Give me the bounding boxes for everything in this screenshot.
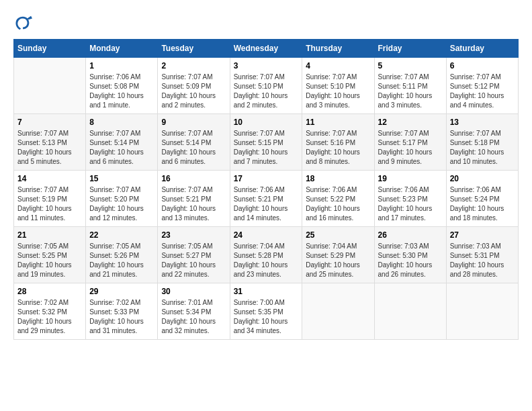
day-number: 8 xyxy=(89,118,154,127)
day-number: 15 xyxy=(89,174,154,183)
day-info: Sunrise: 7:07 AM Sunset: 5:18 PM Dayligh… xyxy=(450,129,515,167)
calendar-cell: 24Sunrise: 7:04 AM Sunset: 5:28 PM Dayli… xyxy=(230,227,302,283)
calendar-cell: 3Sunrise: 7:07 AM Sunset: 5:10 PM Daylig… xyxy=(230,58,302,114)
day-info: Sunrise: 7:03 AM Sunset: 5:30 PM Dayligh… xyxy=(378,242,443,279)
day-info: Sunrise: 7:07 AM Sunset: 5:13 PM Dayligh… xyxy=(17,129,82,167)
calendar-cell: 16Sunrise: 7:07 AM Sunset: 5:21 PM Dayli… xyxy=(158,171,230,227)
calendar-cell: 5Sunrise: 7:07 AM Sunset: 5:11 PM Daylig… xyxy=(374,58,446,114)
calendar-cell: 9Sunrise: 7:07 AM Sunset: 5:14 PM Daylig… xyxy=(158,114,230,171)
weekday-header-sunday: Sunday xyxy=(14,40,86,58)
day-info: Sunrise: 7:01 AM Sunset: 5:34 PM Dayligh… xyxy=(161,298,226,336)
day-number: 28 xyxy=(17,287,82,296)
day-number: 18 xyxy=(306,174,370,183)
day-info: Sunrise: 7:00 AM Sunset: 5:35 PM Dayligh… xyxy=(234,298,299,336)
day-number: 27 xyxy=(450,230,515,240)
day-info: Sunrise: 7:07 AM Sunset: 5:19 PM Dayligh… xyxy=(17,185,82,223)
logo-icon xyxy=(13,13,32,32)
calendar-cell: 12Sunrise: 7:07 AM Sunset: 5:17 PM Dayli… xyxy=(374,114,446,171)
weekday-header-saturday: Saturday xyxy=(446,40,518,58)
day-number: 12 xyxy=(378,118,443,127)
calendar-cell: 10Sunrise: 7:07 AM Sunset: 5:15 PM Dayli… xyxy=(230,114,302,171)
day-info: Sunrise: 7:07 AM Sunset: 5:21 PM Dayligh… xyxy=(161,185,226,223)
day-info: Sunrise: 7:04 AM Sunset: 5:29 PM Dayligh… xyxy=(306,242,370,279)
day-number: 31 xyxy=(234,287,299,296)
day-info: Sunrise: 7:06 AM Sunset: 5:24 PM Dayligh… xyxy=(450,185,515,223)
day-info: Sunrise: 7:07 AM Sunset: 5:17 PM Dayligh… xyxy=(378,129,443,167)
day-number: 21 xyxy=(17,230,82,240)
calendar-cell: 30Sunrise: 7:01 AM Sunset: 5:34 PM Dayli… xyxy=(158,283,230,340)
calendar-cell: 26Sunrise: 7:03 AM Sunset: 5:30 PM Dayli… xyxy=(374,227,446,283)
day-number: 23 xyxy=(161,230,226,240)
day-info: Sunrise: 7:07 AM Sunset: 5:11 PM Dayligh… xyxy=(378,73,443,110)
day-number: 30 xyxy=(161,287,226,296)
calendar-cell xyxy=(302,283,374,340)
calendar-cell: 23Sunrise: 7:05 AM Sunset: 5:27 PM Dayli… xyxy=(158,227,230,283)
day-number: 24 xyxy=(234,230,299,240)
day-number: 11 xyxy=(306,118,370,127)
calendar-cell: 13Sunrise: 7:07 AM Sunset: 5:18 PM Dayli… xyxy=(446,114,518,171)
calendar-cell xyxy=(446,283,518,340)
calendar-cell: 18Sunrise: 7:06 AM Sunset: 5:22 PM Dayli… xyxy=(302,171,374,227)
day-info: Sunrise: 7:06 AM Sunset: 5:22 PM Dayligh… xyxy=(306,185,370,223)
day-number: 29 xyxy=(89,287,154,296)
day-number: 26 xyxy=(378,230,443,240)
calendar-cell: 31Sunrise: 7:00 AM Sunset: 5:35 PM Dayli… xyxy=(230,283,302,340)
calendar-cell: 8Sunrise: 7:07 AM Sunset: 5:14 PM Daylig… xyxy=(86,114,158,171)
day-number: 1 xyxy=(89,61,154,71)
weekday-header-monday: Monday xyxy=(86,40,158,58)
day-info: Sunrise: 7:07 AM Sunset: 5:15 PM Dayligh… xyxy=(234,129,299,167)
day-info: Sunrise: 7:06 AM Sunset: 5:08 PM Dayligh… xyxy=(89,73,154,110)
day-number: 4 xyxy=(306,61,370,71)
day-info: Sunrise: 7:07 AM Sunset: 5:10 PM Dayligh… xyxy=(234,73,299,110)
calendar-cell: 25Sunrise: 7:04 AM Sunset: 5:29 PM Dayli… xyxy=(302,227,374,283)
calendar-cell: 29Sunrise: 7:02 AM Sunset: 5:33 PM Dayli… xyxy=(86,283,158,340)
calendar-header: SundayMondayTuesdayWednesdayThursdayFrid… xyxy=(14,40,519,58)
weekday-header-wednesday: Wednesday xyxy=(230,40,302,58)
calendar-cell: 15Sunrise: 7:07 AM Sunset: 5:20 PM Dayli… xyxy=(86,171,158,227)
day-number: 9 xyxy=(161,118,226,127)
day-info: Sunrise: 7:07 AM Sunset: 5:16 PM Dayligh… xyxy=(306,129,370,167)
day-number: 13 xyxy=(450,118,515,127)
calendar-cell: 17Sunrise: 7:06 AM Sunset: 5:21 PM Dayli… xyxy=(230,171,302,227)
day-number: 3 xyxy=(234,61,299,71)
day-info: Sunrise: 7:02 AM Sunset: 5:32 PM Dayligh… xyxy=(17,298,82,336)
calendar-week-row: 1Sunrise: 7:06 AM Sunset: 5:08 PM Daylig… xyxy=(14,58,519,114)
logo xyxy=(13,13,34,32)
weekday-header-friday: Friday xyxy=(374,40,446,58)
calendar-cell: 1Sunrise: 7:06 AM Sunset: 5:08 PM Daylig… xyxy=(86,58,158,114)
calendar-cell: 20Sunrise: 7:06 AM Sunset: 5:24 PM Dayli… xyxy=(446,171,518,227)
day-number: 22 xyxy=(89,230,154,240)
calendar-cell: 21Sunrise: 7:05 AM Sunset: 5:25 PM Dayli… xyxy=(14,227,86,283)
calendar-cell: 14Sunrise: 7:07 AM Sunset: 5:19 PM Dayli… xyxy=(14,171,86,227)
calendar-cell xyxy=(374,283,446,340)
calendar-cell: 6Sunrise: 7:07 AM Sunset: 5:12 PM Daylig… xyxy=(446,58,518,114)
day-info: Sunrise: 7:05 AM Sunset: 5:26 PM Dayligh… xyxy=(89,242,154,279)
day-number: 5 xyxy=(378,61,443,71)
weekday-header-row: SundayMondayTuesdayWednesdayThursdayFrid… xyxy=(14,40,519,58)
calendar-cell: 4Sunrise: 7:07 AM Sunset: 5:10 PM Daylig… xyxy=(302,58,374,114)
day-info: Sunrise: 7:04 AM Sunset: 5:28 PM Dayligh… xyxy=(234,242,299,279)
calendar-cell: 19Sunrise: 7:06 AM Sunset: 5:23 PM Dayli… xyxy=(374,171,446,227)
day-number: 20 xyxy=(450,174,515,183)
calendar-cell: 11Sunrise: 7:07 AM Sunset: 5:16 PM Dayli… xyxy=(302,114,374,171)
day-number: 7 xyxy=(17,118,82,127)
day-info: Sunrise: 7:07 AM Sunset: 5:12 PM Dayligh… xyxy=(450,73,515,110)
day-info: Sunrise: 7:05 AM Sunset: 5:27 PM Dayligh… xyxy=(161,242,226,279)
calendar-table: SundayMondayTuesdayWednesdayThursdayFrid… xyxy=(13,39,519,340)
weekday-header-thursday: Thursday xyxy=(302,40,374,58)
calendar-cell: 7Sunrise: 7:07 AM Sunset: 5:13 PM Daylig… xyxy=(14,114,86,171)
weekday-header-tuesday: Tuesday xyxy=(158,40,230,58)
calendar-cell: 27Sunrise: 7:03 AM Sunset: 5:31 PM Dayli… xyxy=(446,227,518,283)
page-header xyxy=(13,13,519,32)
day-info: Sunrise: 7:03 AM Sunset: 5:31 PM Dayligh… xyxy=(450,242,515,279)
calendar-cell: 2Sunrise: 7:07 AM Sunset: 5:09 PM Daylig… xyxy=(158,58,230,114)
calendar-week-row: 28Sunrise: 7:02 AM Sunset: 5:32 PM Dayli… xyxy=(14,283,519,340)
day-number: 17 xyxy=(234,174,299,183)
day-info: Sunrise: 7:07 AM Sunset: 5:14 PM Dayligh… xyxy=(161,129,226,167)
day-info: Sunrise: 7:02 AM Sunset: 5:33 PM Dayligh… xyxy=(89,298,154,336)
day-number: 10 xyxy=(234,118,299,127)
calendar-cell xyxy=(14,58,86,114)
day-info: Sunrise: 7:06 AM Sunset: 5:21 PM Dayligh… xyxy=(234,185,299,223)
day-number: 19 xyxy=(378,174,443,183)
day-number: 6 xyxy=(450,61,515,71)
